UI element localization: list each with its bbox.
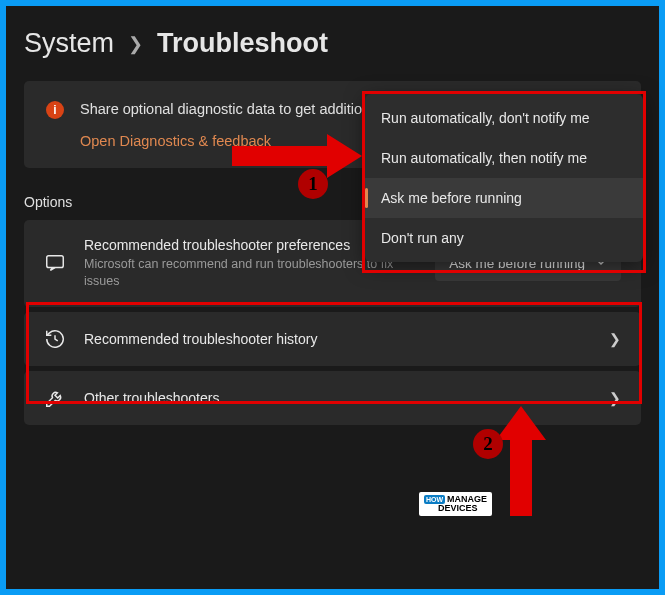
settings-window: System ❯ Troubleshoot i Share optional d… [6,6,659,589]
chat-icon [44,252,66,274]
preferences-dropdown-menu: Run automatically, don't notify me Run a… [365,94,643,262]
other-troubleshooters-card[interactable]: Other troubleshooters ❯ [24,371,641,425]
history-icon [44,328,66,350]
breadcrumb: System ❯ Troubleshoot [24,28,641,59]
history-title: Recommended troubleshooter history [84,330,591,348]
breadcrumb-parent[interactable]: System [24,28,114,59]
breadcrumb-current: Troubleshoot [157,28,328,59]
wrench-icon [44,387,66,409]
watermark-line2: DEVICES [438,503,478,513]
history-card[interactable]: Recommended troubleshooter history ❯ [24,312,641,366]
chevron-right-icon: ❯ [609,331,621,347]
other-title: Other troubleshooters [84,389,591,407]
svg-rect-0 [47,256,64,268]
chevron-right-icon: ❯ [128,33,143,55]
open-diagnostics-link[interactable]: Open Diagnostics & feedback [80,133,271,149]
chevron-right-icon: ❯ [609,390,621,406]
watermark-logo: HOWMANAGE DEVICES [419,492,492,516]
info-icon: i [46,101,64,119]
dropdown-option-auto-notify[interactable]: Run automatically, then notify me [365,138,643,178]
dropdown-option-ask-before[interactable]: Ask me before running [365,178,643,218]
other-body: Other troubleshooters [84,389,591,407]
dropdown-option-dont-run[interactable]: Don't run any [365,218,643,258]
history-body: Recommended troubleshooter history [84,330,591,348]
annotation-badge-2: 2 [473,429,503,459]
dropdown-option-auto-no-notify[interactable]: Run automatically, don't notify me [365,98,643,138]
